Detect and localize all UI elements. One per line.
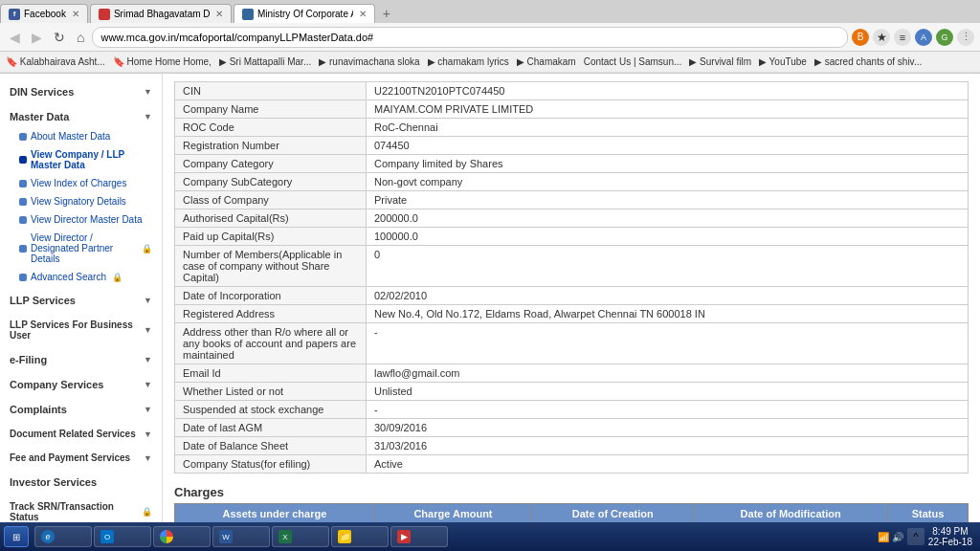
address-bar[interactable] [92, 27, 848, 48]
sidebar-item-about-master[interactable]: About Master Data [0, 127, 162, 145]
company-field-label: Class of Company [175, 191, 367, 209]
tab-bar: f Facebook ✕ Srimad Bhagavatam Day... ✕ … [0, 0, 980, 23]
company-row: Date of last AGM30/09/2016 [175, 419, 969, 437]
llp-business-label: LLP Services For Business User [10, 320, 144, 341]
taskbar-app-media[interactable]: ▶ [390, 526, 448, 547]
nav-icon-settings[interactable]: ≡ [894, 29, 911, 46]
company-services-header[interactable]: Company Services ▼ [0, 374, 162, 395]
company-field-label: Number of Members(Applicable in case of … [175, 246, 367, 287]
chrome-icon [160, 530, 173, 543]
taskbar-right: 📶 🔊 ^ 8:49 PM 22-Feb-18 [878, 526, 976, 547]
tab-srimad[interactable]: Srimad Bhagavatam Day... ✕ [90, 4, 232, 23]
taskbar: ⊞ e O W X 📁 ▶ 📶 🔊 ^ 8:49 PM 22-F [0, 522, 980, 551]
complaints-header[interactable]: Complaints ▼ [0, 399, 162, 420]
bullet-view-company [19, 156, 27, 164]
bookmark-home[interactable]: 🔖 Home Home Home, [113, 56, 212, 67]
bookmark-chamakam-lyrics[interactable]: ▶ chamakam lyrics [428, 56, 509, 67]
tab-mca[interactable]: Ministry Of Corporate A... ✕ [234, 4, 375, 23]
nav-icon-star[interactable]: ★ [873, 29, 890, 46]
sidebar-item-advanced-search[interactable]: Advanced Search 🔒 [0, 268, 162, 286]
track-srn-label: Track SRN/Transaction Status [10, 501, 140, 522]
din-services-header[interactable]: DIN Services ▼ [0, 81, 162, 102]
taskbar-app-explorer[interactable]: 📁 [331, 526, 389, 547]
company-field-label: Company Category [175, 155, 367, 173]
company-field-value: 074450 [367, 137, 969, 155]
charges-col-creation: Date of Creation [532, 504, 694, 524]
efiling-header[interactable]: e-Filing ▼ [0, 349, 162, 370]
nav-icon-orange[interactable]: B [852, 29, 869, 46]
company-field-value: - [367, 323, 969, 364]
llp-services-header[interactable]: LLP Services ▼ [0, 290, 162, 311]
company-field-label: Company Status(for efiling) [175, 455, 367, 474]
sidebar-item-signatory[interactable]: View Signatory Details [0, 192, 162, 210]
nav-icon-blue[interactable]: A [915, 29, 932, 46]
sidebar-item-director-designated[interactable]: View Director / Designated Partner Detai… [0, 229, 162, 268]
master-data-header[interactable]: Master Data ▼ [0, 106, 162, 127]
tab-close-mca[interactable]: ✕ [359, 9, 367, 19]
nav-icon-extra[interactable]: ⋮ [957, 29, 974, 46]
start-button[interactable]: ⊞ [4, 526, 29, 547]
charges-col-assets: Assets under charge [175, 504, 375, 524]
about-master-label: About Master Data [31, 131, 110, 142]
investor-label: Investor Services [10, 476, 97, 488]
sidebar-item-director-master[interactable]: View Director Master Data [0, 210, 162, 229]
sidebar-item-index-charges[interactable]: View Index of Charges [0, 174, 162, 192]
lock-icon-advanced: 🔒 [112, 273, 122, 282]
lock-icon-director: 🔒 [142, 244, 152, 253]
bullet-director-des [19, 245, 27, 253]
investor-header[interactable]: Investor Services [0, 472, 162, 493]
bookmark-runa[interactable]: ▶ runavimachana sloka [319, 56, 419, 67]
reload-button[interactable]: ↻ [50, 28, 69, 47]
company-row: Suspended at stock exchange- [175, 401, 969, 419]
tab-facebook[interactable]: f Facebook ✕ [0, 4, 88, 23]
bookmark-sri[interactable]: ▶ Sri Mattapalli Mar... [219, 56, 311, 67]
company-row: CINU22100TN2010PTC074450 [175, 82, 969, 100]
taskbar-app-outlook[interactable]: O [94, 526, 151, 547]
sidebar-section-llp: LLP Services ▼ [0, 290, 162, 311]
tab-close-srimad[interactable]: ✕ [215, 9, 223, 19]
main-content: DIN Services ▼ Master Data ▼ About Maste… [0, 74, 980, 551]
bullet-index [19, 180, 27, 187]
taskbar-app-chrome[interactable] [153, 526, 211, 547]
network-icon: 📶 [878, 532, 889, 542]
bookmark-contact[interactable]: Contact Us | Samsun... [584, 56, 682, 67]
company-field-label: CIN [175, 82, 367, 100]
nav-icon-green[interactable]: G [936, 29, 953, 46]
company-row: Date of Incorporation02/02/2010 [175, 287, 969, 305]
taskbar-app-word[interactable]: W [212, 526, 270, 547]
charges-title: Charges [174, 485, 969, 499]
company-field-label: Registered Address [175, 305, 367, 323]
bookmark-youtube[interactable]: ▶ YouTube [759, 56, 807, 67]
doc-related-header[interactable]: Document Related Services ▼ [0, 424, 162, 444]
company-row: Registered AddressNew No.4, Old No.172, … [175, 305, 969, 323]
fee-label: Fee and Payment Services [10, 452, 130, 463]
company-field-label: Address other than R/o where all or any … [175, 323, 367, 364]
llp-business-header[interactable]: LLP Services For Business User ▼ [0, 315, 162, 345]
back-button[interactable]: ◀ [6, 28, 24, 47]
company-row: Company SubCategoryNon-govt company [175, 173, 969, 191]
taskbar-app-ie[interactable]: e [34, 526, 92, 547]
din-services-arrow: ▼ [144, 87, 152, 97]
company-row: Company CategoryCompany limited by Share… [175, 155, 969, 173]
fee-header[interactable]: Fee and Payment Services ▼ [0, 448, 162, 468]
company-field-value: 0 [367, 246, 969, 287]
bookmark-sacred[interactable]: ▶ sacred chants of shiv... [814, 56, 922, 67]
forward-button[interactable]: ▶ [28, 28, 46, 47]
sidebar-item-view-company[interactable]: View Company / LLP Master Data [0, 145, 162, 174]
notification-area[interactable]: ^ [907, 528, 924, 545]
new-tab-button[interactable]: + [377, 4, 396, 23]
director-master-label: View Director Master Data [31, 214, 143, 225]
fee-arrow: ▼ [144, 453, 152, 463]
company-field-label: Suspended at stock exchange [175, 401, 367, 419]
taskbar-time: 8:49 PM 22-Feb-18 [928, 526, 972, 547]
bookmark-survival[interactable]: ▶ Survival film [689, 56, 751, 67]
bookmark-chamakam[interactable]: ▶ Chamakam [517, 56, 576, 67]
taskbar-app-excel[interactable]: X [272, 526, 329, 547]
company-field-value: lawflo@gmail.com [367, 364, 969, 383]
company-field-label: Date of Incorporation [175, 287, 367, 305]
company-field-label: ROC Code [175, 119, 367, 137]
home-button[interactable]: ⌂ [73, 28, 88, 47]
bookmark-kalabhairava[interactable]: 🔖 Kalabhairava Asht... [6, 56, 105, 67]
browser-chrome: f Facebook ✕ Srimad Bhagavatam Day... ✕ … [0, 0, 980, 74]
tab-close-facebook[interactable]: ✕ [72, 9, 79, 19]
